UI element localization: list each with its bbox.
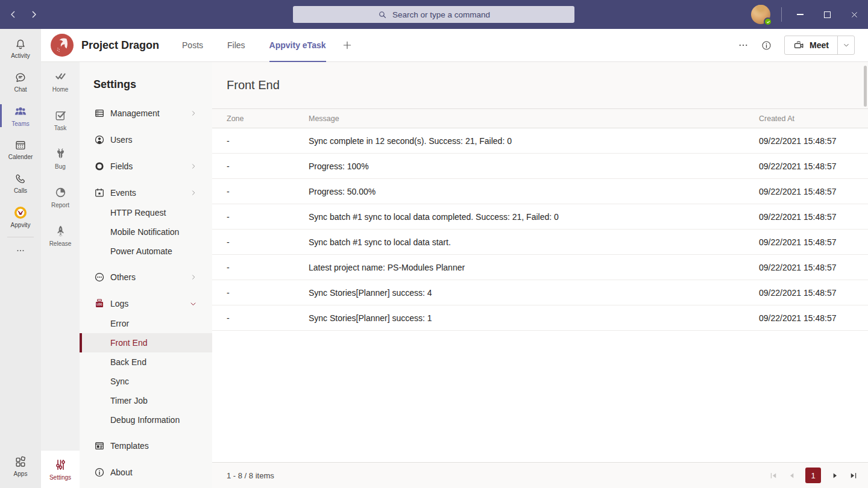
table-row[interactable]: - Progress: 100% 09/22/2021 15:48:57 bbox=[212, 154, 868, 179]
tab-files[interactable]: Files bbox=[227, 29, 245, 62]
table-row[interactable]: - Sync batch #1 sync to local data compl… bbox=[212, 204, 868, 230]
table-row[interactable]: - Latest project name: PS-Modules Planne… bbox=[212, 255, 868, 280]
user-avatar[interactable] bbox=[751, 5, 770, 24]
sliders-icon bbox=[54, 458, 68, 472]
nav-item-timer-job[interactable]: Timer Job bbox=[80, 391, 212, 410]
cell-created-at: 09/22/2021 15:48:57 bbox=[759, 263, 868, 272]
etask-rail-label: Settings bbox=[49, 474, 71, 481]
rail-item-teams[interactable]: Teams bbox=[0, 99, 41, 133]
nav-item-sync[interactable]: Sync bbox=[80, 372, 212, 391]
vertical-scrollbar[interactable] bbox=[864, 66, 867, 107]
dragon-logo-icon bbox=[51, 34, 74, 57]
rail-item-label: Calls bbox=[14, 187, 27, 194]
nav-item-management[interactable]: Management bbox=[80, 100, 212, 127]
nav-item-http-request[interactable]: HTTP Request bbox=[80, 203, 212, 222]
chevron-right-icon bbox=[189, 109, 198, 117]
app-bar: Activity Chat Teams Calender Calls Appvi… bbox=[0, 29, 41, 488]
nav-item-front-end[interactable]: Front End bbox=[80, 333, 212, 352]
minimize-button[interactable] bbox=[787, 0, 814, 29]
meet-dropdown-button[interactable] bbox=[837, 36, 854, 54]
chevron-right-icon bbox=[189, 162, 198, 170]
page-number-button[interactable]: 1 bbox=[805, 468, 821, 483]
search-icon bbox=[377, 10, 388, 20]
titlebar-separator bbox=[781, 7, 782, 22]
nav-item-templates[interactable]: Templates bbox=[80, 433, 212, 459]
nav-item-error[interactable]: Error bbox=[80, 314, 212, 333]
rail-item-activity[interactable]: Activity bbox=[0, 31, 41, 65]
teams-icon bbox=[13, 104, 28, 119]
cell-created-at: 09/22/2021 15:48:57 bbox=[759, 237, 868, 247]
chevron-down-icon bbox=[842, 41, 851, 49]
chevron-right-icon bbox=[189, 273, 198, 281]
cell-zone: - bbox=[227, 313, 309, 323]
search-input[interactable]: Search or type a command bbox=[293, 6, 574, 23]
etask-rail-home[interactable]: Home bbox=[41, 62, 80, 101]
nav-item-users[interactable]: Users bbox=[80, 127, 212, 153]
nav-item-mobile-notification[interactable]: Mobile Notification bbox=[80, 222, 212, 242]
maximize-button[interactable] bbox=[814, 0, 841, 29]
tab-appvity-etask[interactable]: Appvity eTask bbox=[269, 29, 326, 62]
nav-item-debug-information[interactable]: Debug Information bbox=[80, 410, 212, 430]
others-icon bbox=[93, 271, 105, 283]
last-page-button[interactable] bbox=[848, 470, 858, 481]
etask-rail-report[interactable]: Report bbox=[41, 178, 80, 216]
column-header-message[interactable]: Message bbox=[309, 114, 759, 123]
prev-page-button[interactable] bbox=[786, 470, 797, 481]
rail-item-appvity[interactable]: Appvity bbox=[0, 200, 41, 234]
close-button[interactable] bbox=[841, 0, 868, 29]
cell-created-at: 09/22/2021 15:48:57 bbox=[759, 288, 868, 298]
more-apps-button[interactable] bbox=[0, 240, 41, 261]
channel-tabs: Posts Files Appvity eTask bbox=[182, 29, 326, 62]
tab-posts[interactable]: Posts bbox=[182, 29, 203, 62]
chevron-left-icon bbox=[8, 10, 18, 19]
rail-item-chat[interactable]: Chat bbox=[0, 65, 41, 99]
table-row[interactable]: - Sync Stories[Planner] success: 4 09/22… bbox=[212, 280, 868, 305]
close-icon bbox=[851, 11, 858, 19]
add-tab-button[interactable] bbox=[342, 40, 353, 51]
rail-item-apps[interactable]: Apps bbox=[0, 449, 41, 483]
etask-rail-release[interactable]: Release bbox=[41, 216, 80, 255]
column-header-zone[interactable]: Zone bbox=[227, 114, 309, 123]
table-row[interactable]: - Progress: 50.00% 09/22/2021 15:48:57 bbox=[212, 179, 868, 204]
forward-button[interactable] bbox=[28, 6, 40, 23]
cell-zone: - bbox=[227, 263, 309, 272]
table-row[interactable]: - Sync complete in 12 second(s). Success… bbox=[212, 128, 868, 154]
info-icon bbox=[761, 40, 772, 51]
meet-button[interactable]: Meet bbox=[785, 36, 837, 54]
pagination-bar: 1 - 8 / 8 items 1 bbox=[212, 462, 868, 488]
search-placeholder: Search or type a command bbox=[392, 10, 490, 19]
etask-rail-label: Home bbox=[52, 86, 69, 93]
table-row[interactable]: - Sync batch #1 sync to local data start… bbox=[212, 230, 868, 255]
channel-info-button[interactable] bbox=[761, 40, 772, 51]
etask-rail-task[interactable]: Task bbox=[41, 101, 80, 139]
nav-item-about[interactable]: About bbox=[80, 459, 212, 486]
cell-message: Sync complete in 12 second(s). Success: … bbox=[309, 136, 759, 146]
etask-rail-bug[interactable]: Bug bbox=[41, 139, 80, 178]
rail-item-calls[interactable]: Calls bbox=[0, 166, 41, 200]
back-button[interactable] bbox=[7, 6, 19, 23]
nav-item-back-end[interactable]: Back End bbox=[80, 352, 212, 372]
column-header-created-at[interactable]: Created At bbox=[759, 114, 868, 123]
table-row[interactable]: - Sync Stories[Planner] success: 1 09/22… bbox=[212, 305, 868, 331]
nav-item-logs[interactable]: LOG Logs bbox=[80, 290, 212, 317]
nav-item-others[interactable]: Others bbox=[80, 264, 212, 290]
nav-item-events[interactable]: Events bbox=[80, 180, 212, 206]
team-name: Project Dragon bbox=[81, 39, 159, 52]
next-page-button[interactable] bbox=[829, 470, 840, 481]
first-page-button[interactable] bbox=[768, 470, 779, 481]
etask-rail-settings[interactable]: Settings bbox=[41, 451, 80, 488]
etask-rail-label: Task bbox=[54, 125, 67, 131]
main-content: Front End Zone Message Created At - Sync… bbox=[212, 62, 868, 488]
page-title: Front End bbox=[227, 78, 280, 92]
apps-icon bbox=[14, 455, 27, 469]
nav-item-power-automate[interactable]: Power Automate bbox=[80, 242, 212, 261]
nav-item-fields[interactable]: Fields bbox=[80, 153, 212, 180]
home-icon bbox=[54, 70, 68, 84]
phone-icon bbox=[14, 172, 27, 186]
cell-created-at: 09/22/2021 15:48:57 bbox=[759, 161, 868, 171]
rail-item-calender[interactable]: Calender bbox=[0, 133, 41, 166]
title-bar: Search or type a command bbox=[0, 0, 868, 29]
rail-item-label: Chat bbox=[14, 86, 27, 93]
events-icon bbox=[93, 187, 105, 199]
more-options-button[interactable] bbox=[738, 40, 749, 51]
